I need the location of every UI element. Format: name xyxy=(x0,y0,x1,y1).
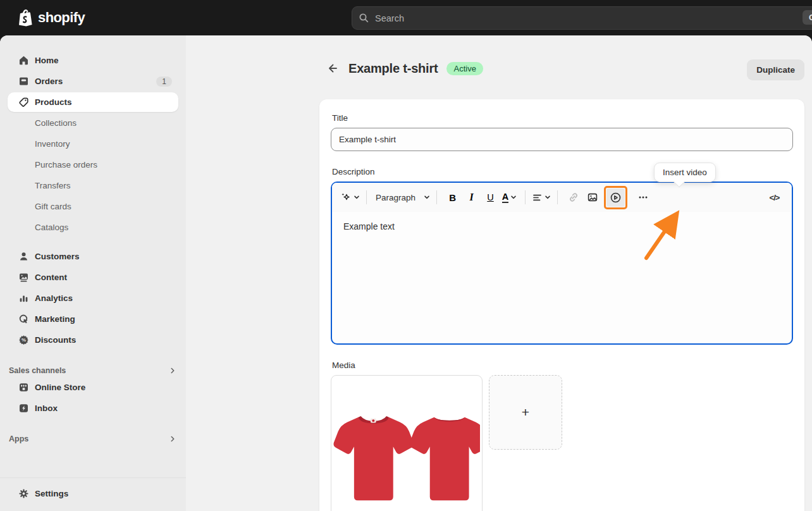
sidebar-item-gift-cards[interactable]: Gift cards xyxy=(8,197,178,216)
section-label: Apps xyxy=(9,434,28,443)
bold-button[interactable]: B xyxy=(443,188,462,207)
text-color-glyph: A xyxy=(502,192,508,203)
show-html-button[interactable]: </> xyxy=(765,188,784,207)
inbox-icon xyxy=(18,403,29,414)
orders-icon xyxy=(18,76,29,87)
status-badge: Active xyxy=(446,62,483,75)
alignment-button[interactable] xyxy=(532,188,551,207)
sidebar-item-label: Inventory xyxy=(35,139,70,149)
add-media-button[interactable]: + xyxy=(489,375,562,450)
sidebar-item-label: Transfers xyxy=(35,181,71,190)
discounts-icon: % xyxy=(18,335,29,345)
insert-video-tooltip: Insert video xyxy=(654,163,716,182)
description-editor: Paragraph B I U A xyxy=(331,182,793,345)
sidebar-item-label: Marketing xyxy=(35,314,75,324)
sidebar-item-label: Catalogs xyxy=(35,223,68,232)
sidebar-item-marketing[interactable]: Marketing xyxy=(8,309,178,329)
sidebar-item-orders[interactable]: Orders 1 xyxy=(8,71,178,91)
page-header: Example t-shirt Active xyxy=(323,59,483,77)
media-thumbnail-tshirt[interactable] xyxy=(331,375,483,511)
description-label: Description xyxy=(332,167,793,176)
global-search[interactable]: C xyxy=(352,6,812,30)
products-icon xyxy=(18,97,29,108)
ellipsis-icon xyxy=(637,192,649,203)
video-play-icon xyxy=(610,192,622,204)
apps-header[interactable]: Apps xyxy=(9,434,177,443)
sidebar-item-analytics[interactable]: Analytics xyxy=(8,288,178,308)
sidebar: Home Orders 1 Products Collections Inven… xyxy=(0,35,186,511)
tooltip-label: Insert video xyxy=(663,168,707,177)
sidebar-item-purchase-orders[interactable]: Purchase orders xyxy=(8,155,178,175)
search-input[interactable] xyxy=(375,13,812,23)
shopify-bag-icon xyxy=(16,8,34,28)
sidebar-item-label: Online Store xyxy=(35,383,85,392)
sparkle-icon xyxy=(340,192,352,203)
product-title-input[interactable] xyxy=(331,128,793,151)
back-button[interactable] xyxy=(323,59,341,77)
ai-generate-button[interactable] xyxy=(340,188,360,207)
shopify-logo[interactable]: shopify xyxy=(16,8,85,28)
marketing-icon xyxy=(18,314,29,324)
page-title: Example t-shirt xyxy=(348,61,438,76)
sidebar-item-online-store[interactable]: Online Store xyxy=(8,378,178,397)
sidebar-item-transfers[interactable]: Transfers xyxy=(8,176,178,195)
product-details-card: Title Description Paragraph xyxy=(319,99,804,511)
sidebar-item-customers[interactable]: Customers xyxy=(8,247,178,266)
sidebar-item-label: Settings xyxy=(35,489,68,498)
insert-link-button[interactable] xyxy=(564,188,582,207)
orders-count-badge: 1 xyxy=(156,77,172,87)
text-color-button[interactable]: A xyxy=(500,188,519,207)
sidebar-item-content[interactable]: Content xyxy=(8,268,178,287)
sidebar-item-discounts[interactable]: % Discounts xyxy=(8,330,178,350)
sidebar-item-home[interactable]: Home xyxy=(8,51,178,70)
svg-text:%: % xyxy=(22,337,26,343)
toolbar-divider xyxy=(557,190,558,204)
insert-image-button[interactable] xyxy=(583,188,601,207)
sidebar-item-label: Analytics xyxy=(35,293,73,303)
sidebar-item-collections[interactable]: Collections xyxy=(8,113,178,133)
italic-button[interactable]: I xyxy=(462,188,481,207)
underline-button[interactable]: U xyxy=(481,188,500,207)
sidebar-item-label: Collections xyxy=(35,118,77,128)
plus-icon: + xyxy=(522,405,529,420)
description-text-area[interactable]: Example text xyxy=(332,212,792,326)
chevron-right-icon xyxy=(168,366,177,375)
sales-channels-header[interactable]: Sales channels xyxy=(9,366,177,375)
toolbar-divider xyxy=(525,190,526,204)
insert-video-button[interactable] xyxy=(606,188,625,207)
code-icon: </> xyxy=(770,193,780,202)
online-store-icon xyxy=(18,382,29,393)
title-label: Title xyxy=(332,113,793,123)
sidebar-item-products[interactable]: Products xyxy=(8,92,178,112)
home-icon xyxy=(18,55,29,66)
brand-wordmark: shopify xyxy=(38,9,85,26)
search-icon xyxy=(359,13,369,23)
highlight-box xyxy=(604,186,627,209)
format-dropdown[interactable]: Paragraph xyxy=(373,188,430,207)
sidebar-item-label: Products xyxy=(35,97,72,107)
align-left-icon xyxy=(532,192,543,203)
sidebar-item-label: Purchase orders xyxy=(35,160,97,169)
duplicate-button[interactable]: Duplicate xyxy=(747,59,804,80)
sidebar-nav: Home Orders 1 Products Collections Inven… xyxy=(0,35,186,477)
description-text: Example text xyxy=(343,221,395,231)
toolbar-divider xyxy=(436,190,437,204)
sidebar-item-settings[interactable]: Settings xyxy=(8,484,178,503)
chevron-down-icon xyxy=(510,194,517,200)
format-dropdown-value: Paragraph xyxy=(373,193,418,202)
sidebar-footer: Settings xyxy=(0,477,186,511)
customers-icon xyxy=(18,251,29,262)
tshirt-image xyxy=(333,388,480,511)
sidebar-item-label: Discounts xyxy=(35,335,76,345)
chevron-down-icon xyxy=(544,194,551,200)
gear-icon xyxy=(18,488,29,499)
section-label: Sales channels xyxy=(9,366,66,375)
sidebar-item-inventory[interactable]: Inventory xyxy=(8,134,178,154)
sidebar-item-catalogs[interactable]: Catalogs xyxy=(8,218,178,237)
sidebar-item-label: Content xyxy=(35,273,67,282)
chevron-down-icon xyxy=(424,194,430,200)
sidebar-item-inbox[interactable]: Inbox xyxy=(8,398,178,418)
top-bar: shopify C xyxy=(0,0,812,35)
more-options-button[interactable] xyxy=(634,188,652,207)
content-icon xyxy=(18,272,29,283)
